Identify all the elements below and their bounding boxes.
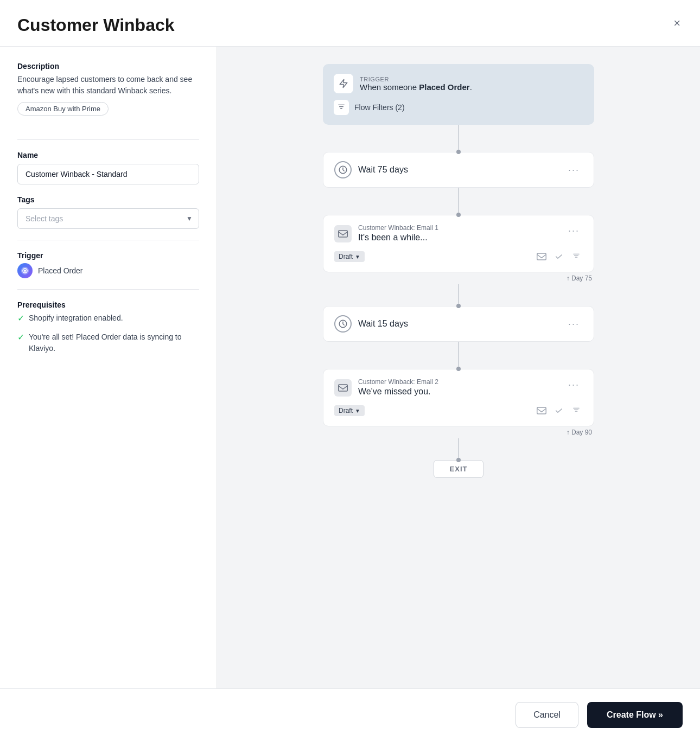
day-90-label: ↑ Day 90	[567, 429, 592, 436]
svg-rect-6	[537, 253, 546, 260]
trigger-text-period: .	[470, 82, 472, 92]
prereq-text-1: Shopify integration enabled.	[29, 312, 123, 324]
email-2-draft-badge[interactable]: Draft ▼	[334, 405, 365, 416]
svg-rect-9	[537, 407, 546, 414]
email-1-more-button[interactable]: ···	[565, 224, 583, 238]
day-75-label: ↑ Day 75	[567, 274, 592, 282]
wait-15-left: Wait 15 days	[334, 315, 408, 333]
email-1-title: Customer Winback: Email 1	[358, 224, 438, 232]
connector-dot-2	[456, 213, 461, 217]
connector-dot-4	[456, 367, 461, 371]
divider-3	[17, 289, 199, 290]
tags-select-wrapper: Select tags ▼	[17, 208, 199, 229]
email-action-icon-1[interactable]	[535, 250, 548, 263]
modal-title: Customer Winback	[17, 15, 175, 35]
trigger-section-label: Trigger	[17, 251, 199, 260]
email-1-draft-badge[interactable]: Draft ▼	[334, 251, 365, 262]
tags-label: Tags	[17, 195, 199, 204]
name-field-group: Name	[17, 151, 199, 184]
cancel-button[interactable]: Cancel	[516, 702, 578, 728]
email-1-actions	[535, 250, 583, 263]
prereq-item-1: ✓ Shopify integration enabled.	[17, 312, 199, 324]
clock-icon-1	[334, 161, 352, 178]
name-input[interactable]	[17, 164, 199, 184]
connector-dot-5	[456, 458, 461, 462]
exit-node: EXIT	[434, 460, 483, 478]
email-2-actions	[535, 404, 583, 417]
connector-4	[458, 342, 459, 369]
email-1-left: Customer Winback: Email 1 It's been a wh…	[334, 224, 438, 242]
trigger-text-bold: Placed Order	[419, 82, 469, 92]
email-action-icon-2[interactable]	[535, 404, 548, 417]
trigger-card-header-row: Trigger When someone Placed Order.	[334, 74, 583, 93]
modal: Customer Winback × Description Encourage…	[0, 0, 700, 741]
check-icon-1: ✓	[17, 313, 24, 323]
right-panel: Trigger When someone Placed Order.	[217, 47, 700, 688]
description-section: Description Encourage lapsed customers t…	[17, 62, 199, 129]
wait-75-more-button[interactable]: ···	[565, 163, 583, 177]
filter-row: Flow Filters (2)	[334, 100, 583, 115]
wait-75-card: Wait 75 days ···	[323, 152, 594, 188]
filter-action-icon-2[interactable]	[570, 404, 583, 417]
email-1-header: Customer Winback: Email 1 It's been a wh…	[334, 224, 583, 242]
check-action-icon-2[interactable]	[552, 404, 565, 417]
email-2-card: Customer Winback: Email 2 We've missed y…	[323, 369, 594, 426]
check-action-icon-1[interactable]	[552, 250, 565, 263]
modal-footer: Cancel Create Flow »	[0, 688, 700, 741]
prereq-text-2: You're all set! Placed Order data is syn…	[29, 331, 199, 354]
email-2-left: Customer Winback: Email 2 We've missed y…	[334, 378, 438, 397]
connector-3	[458, 284, 459, 306]
wait-15-label: Wait 15 days	[358, 319, 408, 329]
prerequisites-label: Prerequisites	[17, 301, 199, 309]
connector-2	[458, 188, 459, 215]
svg-rect-3	[340, 108, 342, 108]
email-2-draft-label: Draft	[339, 407, 353, 414]
email-1-subject: It's been a while...	[358, 233, 438, 242]
email-1-footer: Draft ▼	[334, 250, 583, 263]
trigger-card-icon	[334, 74, 353, 93]
trigger-card-text: When someone Placed Order.	[360, 82, 472, 92]
svg-rect-5	[339, 231, 348, 237]
email-2-title: Customer Winback: Email 2	[358, 378, 438, 386]
tags-select[interactable]: Select tags	[17, 208, 199, 229]
clock-icon-2	[334, 315, 352, 333]
close-button[interactable]: ×	[671, 15, 683, 31]
amazon-badge: Amazon Buy with Prime	[17, 102, 109, 116]
divider-1	[17, 139, 199, 140]
svg-rect-1	[338, 105, 345, 105]
email-2-more-button[interactable]: ···	[565, 378, 583, 392]
left-panel: Description Encourage lapsed customers t…	[0, 47, 217, 688]
connector-1	[458, 125, 459, 152]
connector-dot-1	[456, 150, 461, 154]
filter-icon	[334, 100, 349, 115]
trigger-card: Trigger When someone Placed Order.	[323, 64, 594, 125]
filter-action-icon-1[interactable]	[570, 250, 583, 263]
wait-15-card: Wait 15 days ···	[323, 306, 594, 342]
create-flow-button[interactable]: Create Flow »	[587, 702, 683, 728]
trigger-section: Trigger Placed Order	[17, 251, 199, 278]
connector-dot-3	[456, 304, 461, 308]
prereq-item-2: ✓ You're all set! Placed Order data is s…	[17, 331, 199, 354]
email-1-card: Customer Winback: Email 1 It's been a wh…	[323, 215, 594, 272]
filter-text: Flow Filters (2)	[354, 103, 405, 112]
wait-75-label: Wait 75 days	[358, 165, 408, 175]
flow-container: Trigger When someone Placed Order.	[323, 64, 594, 478]
day-90-row: ↑ Day 90	[323, 429, 594, 438]
trigger-item: Placed Order	[17, 263, 199, 278]
email-2-footer: Draft ▼	[334, 404, 583, 417]
trigger-text-prefix: When someone	[360, 82, 419, 92]
connector-5	[458, 438, 459, 460]
draft-arrow-icon-1: ▼	[355, 254, 360, 260]
trigger-card-label: Trigger	[360, 76, 472, 82]
tags-field-group: Tags Select tags ▼	[17, 195, 199, 229]
divider-2	[17, 240, 199, 240]
check-icon-2: ✓	[17, 332, 24, 342]
email-1-draft-label: Draft	[339, 253, 353, 260]
modal-header: Customer Winback ×	[0, 0, 700, 47]
description-text: Encourage lapsed customers to come back …	[17, 74, 199, 97]
wait-15-more-button[interactable]: ···	[565, 317, 583, 331]
email-icon-2	[334, 379, 352, 397]
draft-arrow-icon-2: ▼	[355, 408, 360, 414]
email-2-header: Customer Winback: Email 2 We've missed y…	[334, 378, 583, 397]
svg-rect-2	[339, 106, 343, 107]
